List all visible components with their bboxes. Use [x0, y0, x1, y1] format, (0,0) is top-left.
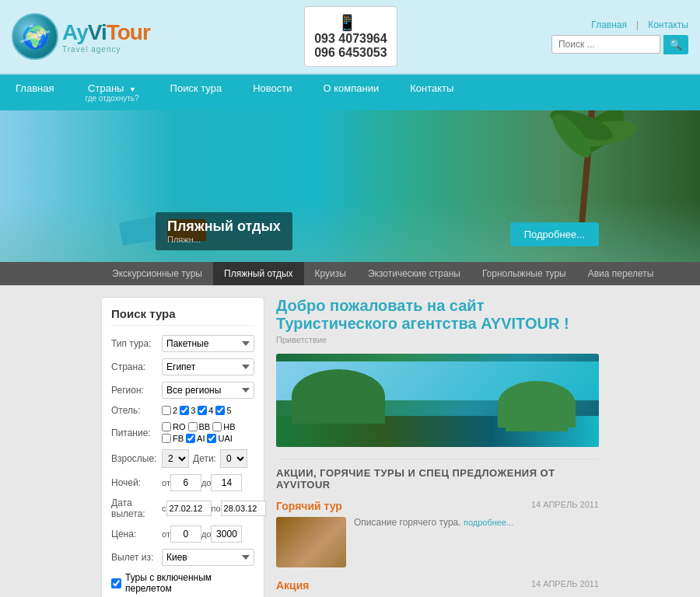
hero-badge: Пляжный отдых Пляжн... [156, 212, 292, 250]
adults-label: Взрослые: [111, 453, 162, 464]
globe-icon: 🌍 [22, 24, 49, 50]
star-3-check[interactable]: 3 [180, 406, 195, 415]
article-1-date: 14 АПРЕЛЬ 2011 [531, 500, 599, 509]
header-right: Главная | Контакты 🔍 [551, 19, 688, 54]
flight-checkbox-label[interactable]: Туры с включенным перелетом [111, 572, 254, 594]
star-2-check[interactable]: 2 [162, 406, 177, 415]
adults-row: Взрослые: 2 Дети: 0 [111, 449, 254, 468]
food-ai[interactable]: AI [186, 434, 205, 443]
hotel-row: Отель: 2 3 4 5 [111, 405, 254, 416]
region-row: Регион: Все регионы [111, 382, 254, 399]
nav-item-search-tour[interactable]: Поиск тура [155, 75, 238, 110]
food-checkboxes: RO BB HB FB AI UAI [162, 422, 254, 443]
header-contacts-link[interactable]: Контакты [648, 19, 688, 30]
logo-globe: 🌍 [12, 13, 58, 60]
search-button[interactable]: 🔍 [663, 35, 688, 54]
hotel-label: Отель: [111, 405, 162, 416]
nav-item-about[interactable]: О компании [308, 75, 395, 110]
tour-type-label: Тип тура: [111, 338, 162, 349]
flight-checkbox[interactable] [111, 578, 121, 588]
hero-more-button[interactable]: Подробнее... [510, 222, 599, 246]
sub-nav-exotic[interactable]: Экзотические страны [357, 262, 471, 285]
nav-item-news[interactable]: Новости [237, 75, 307, 110]
country-select[interactable]: Египет [162, 358, 254, 375]
country-row: Страна: Египет [111, 358, 254, 375]
welcome-sub: Приветствие [276, 335, 599, 344]
search-input[interactable] [551, 35, 660, 54]
food-uai[interactable]: UAI [207, 434, 232, 443]
nights-label: Ночей: [111, 477, 162, 488]
logo-area: 🌍 AyViTour Travel agency [12, 13, 150, 60]
sub-nav-ski[interactable]: Горнолыжные туры [471, 262, 577, 285]
search-icon: 🔍 [670, 39, 682, 51]
nav-item-home[interactable]: Главная [0, 75, 69, 110]
tour-type-row: Тип тура: Пакетные [111, 335, 254, 352]
article-1: 14 АПРЕЛЬ 2011 Горячий тур Описание горя… [276, 500, 599, 567]
price-row: Цена: от до [111, 525, 254, 543]
search-panel: Поиск тура Тип тура: Пакетные Страна: Ег… [101, 297, 264, 597]
phone-box: 📱 093 4073964 096 6453053 [304, 6, 397, 67]
article-2: 14 АПРЕЛЬ 2011 Акция [276, 579, 599, 592]
hero-title: Пляжный отдых [167, 218, 281, 235]
search-panel-title: Поиск тура [111, 307, 254, 326]
price-from-input[interactable] [170, 525, 201, 543]
header-nav-links: Главная | Контакты [591, 19, 688, 30]
date-label: Дата вылета: [111, 498, 162, 519]
article-1-more-link[interactable]: подробнее... [464, 518, 513, 527]
region-label: Регион: [111, 385, 162, 396]
sub-nav-flights[interactable]: Авиа перелеты [577, 262, 665, 285]
price-to-input[interactable] [211, 525, 242, 543]
departure-row: Вылет из: Киев [111, 549, 254, 566]
adults-select[interactable]: 2 [162, 449, 189, 468]
content-area: Поиск тура Тип тура: Пакетные Страна: Ег… [0, 285, 700, 597]
date-row: Дата вылета: c по [111, 498, 254, 519]
children-select[interactable]: 0 [220, 449, 247, 468]
main-nav: Главная Страны ▼ где отдохнуть? Поиск ту… [0, 75, 700, 110]
sub-nav-excursions[interactable]: Экскурсионные туры [101, 262, 213, 285]
article-2-date: 14 АПРЕЛЬ 2011 [531, 579, 599, 588]
countries-arrow-icon: ▼ [129, 86, 136, 93]
nights-from-input[interactable] [170, 474, 201, 491]
food-bb[interactable]: BB [188, 422, 211, 431]
food-fb[interactable]: FB [162, 434, 184, 443]
sub-nav-cruises[interactable]: Круизы [304, 262, 357, 285]
tour-type-select[interactable]: Пакетные [162, 335, 254, 352]
hero-banner: Пляжный отдых Пляжн... Подробнее... [0, 110, 700, 262]
logo-name: AyViTour [62, 20, 150, 45]
island-image [276, 354, 599, 447]
article-1-desc: Описание горячего тура. подробнее... [354, 517, 599, 528]
country-label: Страна: [111, 361, 162, 372]
nav-item-countries[interactable]: Страны ▼ где отдохнуть? [69, 75, 154, 110]
star-5-check[interactable]: 5 [215, 406, 231, 415]
article-1-thumbnail [276, 517, 346, 567]
search-bar: 🔍 [551, 35, 688, 54]
food-ro[interactable]: RO [162, 422, 186, 431]
logo-sub: Travel agency [62, 45, 150, 54]
star-4-check[interactable]: 4 [198, 406, 213, 415]
food-hb[interactable]: HB [212, 422, 235, 431]
header-home-link[interactable]: Главная [591, 19, 627, 30]
region-select[interactable]: Все регионы [162, 382, 254, 399]
header: 🌍 AyViTour Travel agency 📱 093 4073964 0… [0, 0, 700, 75]
nights-row: Ночей: от до [111, 474, 254, 491]
nights-to-input[interactable] [211, 474, 242, 491]
departure-label: Вылет из: [111, 552, 162, 563]
phone-number-1: 093 4073964 [314, 32, 387, 46]
flight-check-text: Туры с включенным перелетом [125, 572, 254, 594]
sub-nav-beach[interactable]: Пляжный отдых [213, 262, 304, 285]
price-label: Цена: [111, 529, 162, 539]
stars-checkboxes: 2 3 4 5 [162, 406, 232, 415]
departure-select[interactable]: Киев [162, 549, 254, 566]
food-row: Питание: RO BB HB FB AI UAI [111, 422, 254, 443]
date-from-input[interactable] [166, 501, 212, 516]
date-to-input[interactable] [221, 501, 266, 516]
hero-sub: Пляжн... [167, 235, 281, 244]
phone-number-2: 096 6453053 [314, 46, 387, 60]
nav-item-contacts[interactable]: Контакты [394, 75, 469, 110]
section-title: АКЦИИ, ГОРЯЧИЕ ТУРЫ И СПЕЦ ПРЕДЛОЖЕНИЯ О… [276, 459, 599, 491]
children-label: Дети: [193, 453, 216, 464]
main-content: Добро пожаловать на сайт Туристического … [276, 297, 599, 597]
phone-icon: 📱 [338, 13, 357, 32]
welcome-title: Добро пожаловать на сайт Туристического … [276, 297, 599, 333]
logo-text: AyViTour Travel agency [62, 20, 150, 54]
